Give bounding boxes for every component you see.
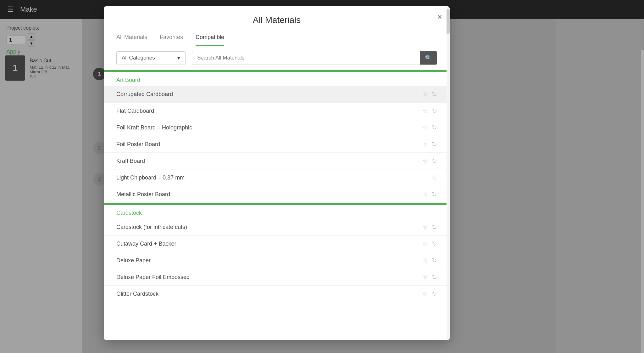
search-input[interactable] (192, 52, 420, 64)
filter-row: All Categories ▾ 🔍 (104, 46, 450, 70)
favorite-icon[interactable]: ☆ (422, 124, 428, 131)
material-name: Light Chipboard – 0.37 mm (116, 174, 431, 181)
search-box: 🔍 (192, 51, 437, 65)
materials-list: Art Board Corrugated Cardboard ☆ ↻ Flat … (104, 70, 450, 340)
favorite-icon[interactable]: ☆ (422, 90, 428, 98)
material-actions: ☆ (431, 174, 437, 181)
material-actions: ☆ ↻ (422, 257, 437, 264)
material-name: Corrugated Cardboard (116, 91, 422, 98)
favorite-icon[interactable]: ☆ (422, 157, 428, 165)
material-actions: ☆ ↻ (422, 273, 437, 281)
refresh-icon[interactable]: ↻ (432, 240, 437, 248)
material-item[interactable]: Light Chipboard – 0.37 mm ☆ (104, 169, 450, 186)
material-actions: ☆ ↻ (422, 157, 437, 165)
material-actions: ☆ ↻ (422, 290, 437, 298)
material-item[interactable]: Foil Poster Board ☆ ↻ (104, 136, 450, 153)
material-item[interactable]: Glitter Cardstock ☆ ↻ (104, 286, 450, 302)
category-cardstock: Cardstock (104, 205, 450, 219)
search-button[interactable]: 🔍 (420, 51, 437, 65)
material-name: Metallic Poster Board (116, 191, 422, 198)
search-icon: 🔍 (425, 55, 432, 61)
favorite-icon[interactable]: ☆ (422, 107, 428, 115)
material-actions: ☆ ↻ (422, 90, 437, 98)
material-item[interactable]: Foil Kraft Board – Holographic ☆ ↻ (104, 119, 450, 136)
material-item[interactable]: Metallic Poster Board ☆ ↻ (104, 186, 450, 203)
material-item[interactable]: Corrugated Cardboard ☆ ↻ (104, 86, 450, 103)
favorite-icon[interactable]: ☆ (422, 240, 428, 248)
material-item[interactable]: Deluxe Paper Foil Embossed ☆ ↻ (104, 269, 450, 286)
favorite-icon[interactable]: ☆ (431, 174, 437, 181)
favorite-icon[interactable]: ☆ (422, 273, 428, 281)
refresh-icon[interactable]: ↻ (432, 140, 437, 148)
material-actions: ☆ ↻ (422, 191, 437, 198)
refresh-icon[interactable]: ↻ (432, 191, 437, 198)
modal-scrollbar-thumb[interactable] (447, 9, 450, 34)
favorite-icon[interactable]: ☆ (422, 140, 428, 148)
material-item[interactable]: Cutaway Card + Backer ☆ ↻ (104, 236, 450, 252)
material-item[interactable]: Cardstock (for intricate cuts) ☆ ↻ (104, 219, 450, 236)
material-name: Cardstock (for intricate cuts) (116, 224, 422, 231)
category-dropdown[interactable]: All Categories ▾ (116, 51, 186, 65)
material-actions: ☆ ↻ (422, 223, 437, 231)
favorite-icon[interactable]: ☆ (422, 290, 428, 298)
modal-title: All Materials (253, 15, 301, 25)
refresh-icon[interactable]: ↻ (432, 157, 437, 165)
favorite-icon[interactable]: ☆ (422, 257, 428, 264)
category-art-board: Art Board (104, 72, 450, 86)
material-actions: ☆ ↻ (422, 240, 437, 248)
refresh-icon[interactable]: ↻ (432, 273, 437, 281)
chevron-down-icon: ▾ (177, 55, 180, 61)
modal-header: All Materials × (104, 6, 450, 30)
favorite-icon[interactable]: ☆ (422, 191, 428, 198)
material-name: Kraft Board (116, 158, 422, 164)
all-materials-modal: All Materials × All Materials Favorites … (104, 6, 450, 340)
modal-scrollbar[interactable] (447, 6, 450, 340)
material-item[interactable]: Flat Cardboard ☆ ↻ (104, 103, 450, 119)
material-actions: ☆ ↻ (422, 140, 437, 148)
material-item[interactable]: Kraft Board ☆ ↻ (104, 153, 450, 169)
material-name: Cutaway Card + Backer (116, 241, 422, 247)
favorite-icon[interactable]: ☆ (422, 223, 428, 231)
material-name: Foil Kraft Board – Holographic (116, 124, 422, 131)
material-name: Glitter Cardstock (116, 291, 422, 297)
material-item[interactable]: Deluxe Paper ☆ ↻ (104, 252, 450, 269)
material-name: Flat Cardboard (116, 108, 422, 114)
material-name: Deluxe Paper Foil Embossed (116, 274, 422, 281)
refresh-icon[interactable]: ↻ (432, 290, 437, 298)
tab-all-materials[interactable]: All Materials (116, 30, 147, 46)
refresh-icon[interactable]: ↻ (432, 107, 437, 115)
category-label: All Categories (122, 55, 155, 61)
material-name: Foil Poster Board (116, 141, 422, 148)
tab-compatible[interactable]: Compatible (196, 30, 224, 46)
tab-favorites[interactable]: Favorites (160, 30, 183, 46)
material-actions: ☆ ↻ (422, 107, 437, 115)
modal-tabs: All Materials Favorites Compatible (104, 30, 450, 46)
refresh-icon[interactable]: ↻ (432, 257, 437, 264)
material-name: Deluxe Paper (116, 257, 422, 264)
refresh-icon[interactable]: ↻ (432, 124, 437, 131)
modal-close-button[interactable]: × (437, 13, 442, 21)
refresh-icon[interactable]: ↻ (432, 90, 437, 98)
material-actions: ☆ ↻ (422, 124, 437, 131)
refresh-icon[interactable]: ↻ (432, 223, 437, 231)
